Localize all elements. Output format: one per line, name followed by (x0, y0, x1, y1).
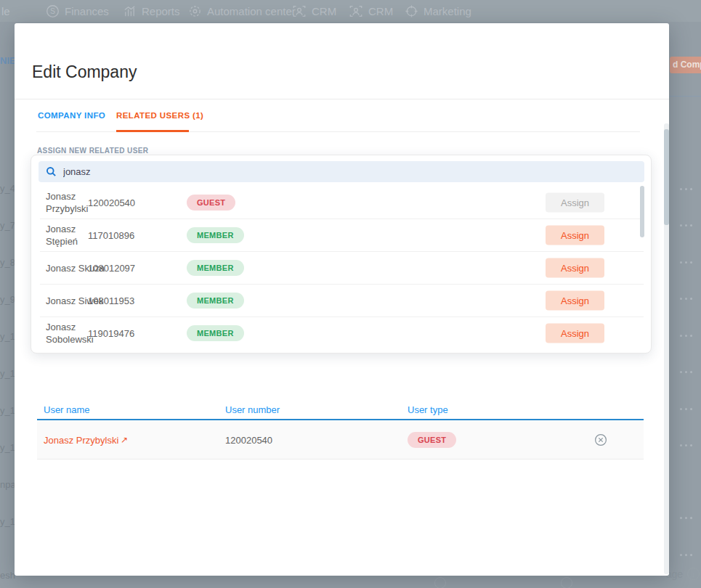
dropdown-scrollbar[interactable] (640, 186, 644, 237)
assign-button[interactable]: Assign (546, 323, 604, 343)
user-result-row: Jonasz Siwek 108011953 MEMBER Assign (31, 284, 652, 317)
bg-fragment: y_9 (0, 294, 15, 305)
modal-scrollbar-thumb[interactable] (664, 129, 669, 225)
user-result-row: Jonasz Sobolewski 119019476 MEMBER Assig… (31, 317, 652, 349)
bg-fragment: NIE (0, 55, 16, 66)
external-link-icon: ↗ (121, 435, 128, 445)
user-search-dropdown: Jonasz Przybylski 120020540 GUEST Assign… (31, 155, 652, 354)
gear-icon (187, 4, 202, 18)
row-actions-button[interactable] (680, 517, 696, 520)
row-actions-button[interactable] (680, 335, 696, 338)
bg-fragment: y_1 (0, 405, 15, 416)
row-actions-button[interactable] (680, 261, 696, 264)
nav-item-fragment: le (1, 0, 10, 22)
row-actions-button[interactable] (680, 371, 696, 374)
bg-table-header-line (669, 96, 701, 97)
header-divider (15, 99, 669, 99)
user-type-badge: GUEST (187, 195, 235, 211)
bg-fragment: y_1 (0, 368, 15, 379)
user-result-row: Jonasz Stępień 117010896 MEMBER Assign (31, 219, 652, 251)
user-type-badge: MEMBER (187, 227, 244, 243)
bg-fragment: y_7 (0, 220, 15, 231)
column-header-user-type: User type (408, 404, 448, 415)
assign-button[interactable]: Assign (546, 258, 604, 277)
result-user-number: 120020540 (88, 197, 135, 208)
assign-button[interactable]: Assign (546, 192, 604, 212)
assign-section-label: ASSIGN NEW RELATED USER (37, 147, 148, 155)
dollar-circle-icon: S (45, 4, 60, 18)
bg-fragment: y_1 (0, 331, 15, 342)
user-type-badge: MEMBER (187, 260, 244, 276)
add-company-button[interactable]: d Comp (670, 57, 701, 73)
row-actions-button[interactable] (680, 554, 696, 557)
nav-item-automation-center[interactable]: Automation center (187, 0, 296, 22)
row-actions-button[interactable] (680, 444, 696, 447)
user-link[interactable]: Jonasz Przybylski ↗ (44, 434, 128, 445)
user-result-row: Jonasz Skuza 108012097 MEMBER Assign (31, 251, 652, 284)
bg-fragment: y_4 (0, 183, 15, 194)
people-icon (292, 4, 307, 18)
search-icon (46, 166, 57, 177)
bg-fragment: esh (0, 570, 15, 581)
user-type-badge: MEMBER (187, 293, 244, 309)
user-result-row: Jonasz Przybylski 120020540 GUEST Assign (31, 186, 652, 219)
row-actions-button[interactable] (680, 188, 696, 191)
user-search-box (39, 161, 644, 182)
background-top-nav: le S Finances Reports Automation center … (0, 0, 701, 22)
row-actions-button[interactable] (680, 408, 696, 411)
assign-button[interactable]: Assign (546, 290, 604, 310)
nav-item-marketing[interactable]: Marketing (404, 0, 471, 22)
bg-fragment: y_1 (0, 516, 15, 527)
bar-chart-icon (122, 4, 137, 18)
tab-related-users[interactable]: RELATED USERS (1) (116, 111, 203, 120)
user-search-input[interactable] (63, 166, 601, 177)
per-page-control: age ↓ (666, 568, 700, 580)
user-type-badge: GUEST (408, 432, 456, 448)
result-user-number: 117010896 (88, 229, 134, 240)
row-actions-button[interactable] (680, 224, 696, 227)
assign-button[interactable]: Assign (546, 225, 604, 245)
bg-faint-icon (561, 577, 572, 588)
column-header-user-number: User number (225, 404, 280, 415)
row-actions-button[interactable] (680, 298, 696, 301)
result-user-number: 108012097 (88, 262, 135, 273)
user-type-badge: MEMBER (187, 325, 244, 341)
arrow-down-circle-icon[interactable]: ↓ (687, 568, 700, 580)
result-user-number: 108011953 (88, 295, 134, 306)
people-icon (349, 4, 363, 18)
target-icon (404, 4, 418, 18)
remove-user-icon[interactable] (594, 433, 607, 446)
tab-company-info[interactable]: COMPANY INFO (38, 111, 105, 120)
related-user-row: Jonasz Przybylski ↗ 120020540 GUEST (37, 420, 644, 460)
active-tab-underline (116, 130, 189, 132)
column-header-user-name: User name (44, 404, 90, 415)
nav-item-crm-1[interactable]: CRM (292, 0, 336, 22)
bg-fragment: y_1 (0, 442, 15, 453)
svg-text:S: S (50, 7, 55, 15)
nav-item-finances[interactable]: S Finances (45, 0, 109, 22)
edit-company-modal: Edit Company COMPANY INFO RELATED USERS … (15, 23, 669, 576)
bg-fragment: y_8 (0, 257, 15, 268)
table-user-number: 120020540 (225, 434, 272, 445)
result-user-number: 119019476 (88, 327, 134, 338)
bg-faint-icon (434, 577, 446, 588)
nav-item-crm-2[interactable]: CRM (349, 0, 393, 22)
bg-fragment: npa (0, 479, 16, 490)
nav-item-reports[interactable]: Reports (122, 0, 180, 22)
modal-title: Edit Company (32, 62, 137, 82)
